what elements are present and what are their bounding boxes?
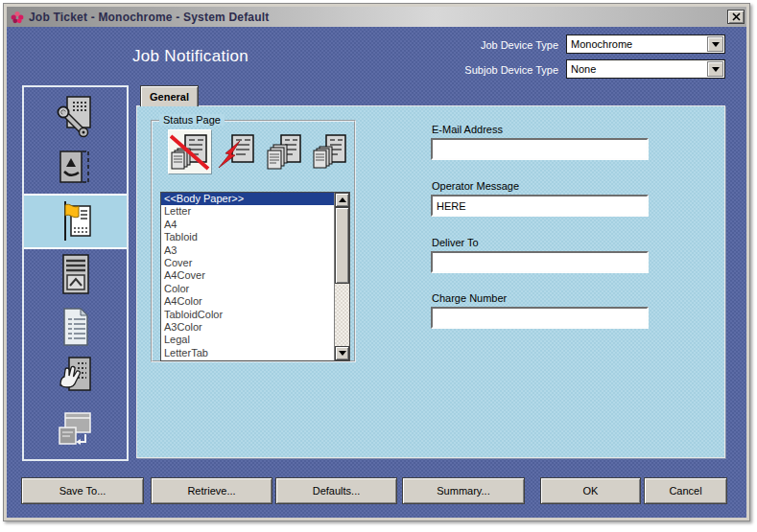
paper-list-scrollbar[interactable] bbox=[334, 193, 349, 360]
status-page-options bbox=[168, 129, 353, 174]
list-item[interactable]: LetterTab bbox=[161, 347, 334, 359]
charge-number-field[interactable] bbox=[431, 307, 649, 329]
subjob-device-type-select[interactable]: None bbox=[566, 59, 725, 79]
scroll-down-icon[interactable] bbox=[335, 346, 349, 360]
job-device-type-value: Monochrome bbox=[571, 38, 632, 50]
sidebar-item-media[interactable] bbox=[24, 143, 127, 195]
output-icon bbox=[57, 409, 95, 450]
list-item[interactable]: Legal bbox=[161, 334, 334, 346]
subjob-device-type-label: Subjob Device Type bbox=[393, 64, 558, 76]
list-item[interactable]: TabloidColor bbox=[161, 309, 334, 321]
list-item[interactable]: A4Cover bbox=[161, 269, 334, 282]
sidebar-item-output[interactable] bbox=[24, 404, 127, 455]
deliver-to-label: Deliver To bbox=[432, 237, 479, 248]
scroll-up-icon[interactable] bbox=[335, 193, 349, 207]
save-to-button[interactable]: Save To... bbox=[21, 477, 144, 504]
defaults-button[interactable]: Defaults... bbox=[275, 477, 397, 504]
operator-message-field[interactable] bbox=[431, 195, 649, 217]
general-panel: Status Page bbox=[136, 105, 725, 458]
email-address-label: E-Mail Address bbox=[432, 124, 503, 135]
job-ticket-window: Job Ticket - Monochrome - System Default… bbox=[3, 3, 750, 521]
window-title: Job Ticket - Monochrome - System Default bbox=[29, 11, 270, 24]
job-device-type-label: Job Device Type bbox=[393, 39, 558, 51]
job-device-type-select[interactable]: Monochrome bbox=[566, 35, 725, 54]
close-icon bbox=[732, 12, 741, 21]
status-page-none-icon bbox=[170, 133, 210, 172]
chevron-down-icon[interactable] bbox=[707, 36, 723, 52]
scrollbar-thumb[interactable] bbox=[335, 207, 349, 284]
tab-general[interactable]: General bbox=[140, 85, 199, 106]
status-page-error-icon bbox=[217, 133, 257, 172]
close-button[interactable] bbox=[727, 10, 745, 24]
list-item[interactable]: <<Body Paper>> bbox=[161, 193, 334, 205]
list-item[interactable]: A3 bbox=[161, 244, 334, 257]
chevron-down-icon[interactable] bbox=[707, 61, 723, 77]
paper-list: <<Body Paper>> Letter A4 Tabloid A3 Cove… bbox=[161, 193, 334, 360]
list-item[interactable]: A3Color bbox=[161, 321, 334, 334]
sidebar-item-finishing[interactable] bbox=[24, 353, 127, 405]
page-title: Job Notification bbox=[132, 47, 248, 66]
sidebar-item-document-text[interactable] bbox=[24, 301, 127, 353]
cancel-button[interactable]: Cancel bbox=[644, 477, 727, 504]
status-page-none-button[interactable] bbox=[168, 129, 212, 174]
status-page-stack-before-icon bbox=[311, 133, 351, 172]
sidebar-item-image-quality[interactable] bbox=[24, 249, 127, 301]
dialog-body: Job Notification Job Device Type Monochr… bbox=[7, 27, 746, 518]
paper-listbox: <<Body Paper>> Letter A4 Tabloid A3 Cove… bbox=[160, 192, 350, 361]
list-item[interactable]: A4Color bbox=[161, 295, 334, 308]
list-item[interactable]: Tabloid bbox=[161, 231, 334, 243]
sidebar bbox=[22, 85, 129, 461]
list-item[interactable]: A4 bbox=[161, 219, 334, 231]
list-item[interactable]: Cover bbox=[161, 257, 334, 269]
job-notification-icon bbox=[57, 199, 95, 243]
media-icon bbox=[57, 148, 95, 190]
subjob-device-type-value: None bbox=[571, 63, 596, 75]
status-page-stack-before-button[interactable] bbox=[309, 129, 353, 174]
finishing-icon bbox=[57, 356, 95, 400]
document-text-icon bbox=[57, 305, 95, 349]
list-item[interactable]: Color bbox=[161, 283, 334, 295]
status-page-error-button[interactable] bbox=[215, 129, 259, 174]
status-page-group: Status Page bbox=[151, 120, 356, 362]
sidebar-item-job-notification[interactable] bbox=[24, 194, 127, 249]
app-icon bbox=[11, 11, 24, 24]
list-item[interactable]: Letter bbox=[161, 205, 334, 218]
title-bar[interactable]: Job Ticket - Monochrome - System Default bbox=[7, 7, 746, 27]
deliver-to-field[interactable] bbox=[431, 251, 649, 273]
retrieve-button[interactable]: Retrieve... bbox=[151, 477, 272, 504]
email-address-field[interactable] bbox=[431, 138, 649, 160]
charge-number-label: Charge Number bbox=[432, 292, 507, 304]
status-page-group-label: Status Page bbox=[159, 114, 225, 126]
status-page-stack-after-icon bbox=[264, 133, 304, 172]
sidebar-item-job-setup[interactable] bbox=[24, 91, 127, 143]
summary-button[interactable]: Summary... bbox=[402, 477, 525, 504]
image-quality-icon bbox=[57, 253, 95, 297]
operator-message-label: Operator Message bbox=[432, 180, 519, 192]
job-setup-icon bbox=[57, 95, 95, 139]
ok-button[interactable]: OK bbox=[540, 477, 641, 504]
status-page-stack-after-button[interactable] bbox=[262, 129, 306, 174]
